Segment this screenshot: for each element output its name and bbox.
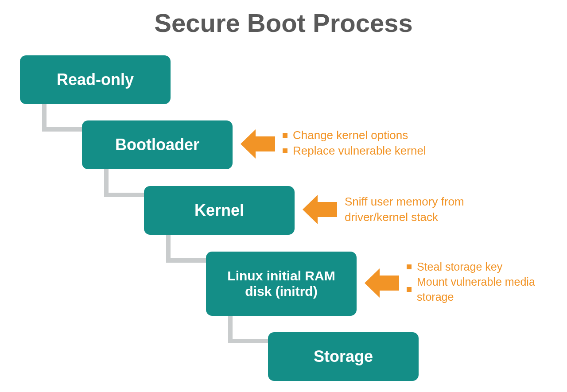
annotation-text: driver/kernel stack xyxy=(345,210,438,224)
box-label: Storage xyxy=(314,347,373,366)
box-bootloader: Bootloader xyxy=(82,120,233,169)
box-initrd: Linux initial RAM disk (initrd) xyxy=(206,252,357,316)
box-read-only: Read-only xyxy=(20,55,171,104)
annotation-initrd: Steal storage key Mount vulnerable media… xyxy=(407,260,557,304)
annotation-item: Replace vulnerable kernel xyxy=(293,143,426,159)
box-label: Bootloader xyxy=(115,136,199,154)
arrow-left-icon xyxy=(365,266,399,300)
box-label: Kernel xyxy=(194,201,244,220)
box-storage: Storage xyxy=(268,332,419,381)
annotation-kernel: Sniff user memory from driver/kernel sta… xyxy=(345,194,531,225)
annotation-item: Change kernel options xyxy=(293,128,408,143)
arrow-left-icon xyxy=(241,127,275,161)
annotation-text: Sniff user memory from xyxy=(345,195,464,208)
arrow-left-icon xyxy=(303,192,337,227)
annotation-item: Steal storage key xyxy=(417,260,502,275)
annotation-bootloader: Change kernel options Replace vulnerable… xyxy=(283,128,531,159)
box-kernel: Kernel xyxy=(144,186,295,235)
box-label: Linux initial RAM disk (initrd) xyxy=(227,268,335,299)
box-label: Read-only xyxy=(57,70,134,89)
annotation-item: Mount vulnerable media storage xyxy=(417,275,557,305)
diagram-canvas: Secure Boot Process Read-only Bootloader… xyxy=(0,0,567,392)
diagram-title: Secure Boot Process xyxy=(0,8,567,38)
